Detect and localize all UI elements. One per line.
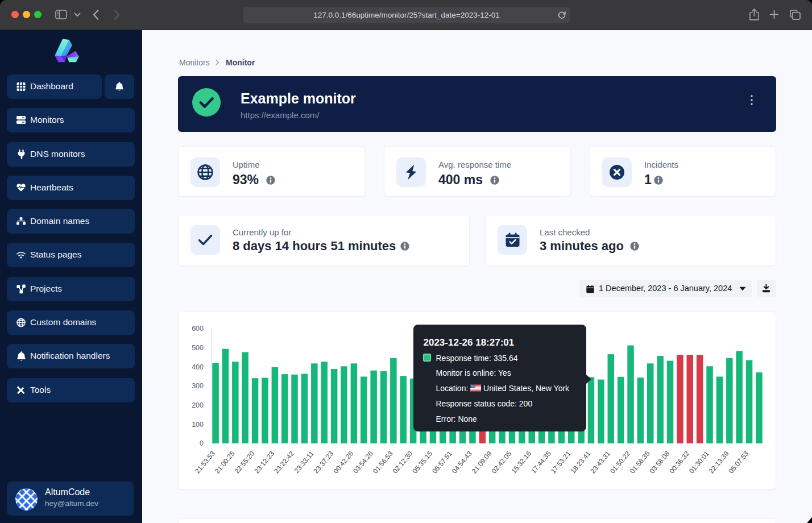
svg-text:600: 600	[192, 325, 204, 333]
svg-text:21:09:09: 21:09:09	[470, 450, 494, 475]
svg-text:300: 300	[192, 382, 204, 390]
svg-text:0: 0	[200, 439, 204, 447]
svg-text:04:54:43: 04:54:43	[450, 450, 474, 475]
svg-text:21:53:53: 21:53:53	[193, 450, 217, 475]
svg-text:23:12:23: 23:12:23	[252, 450, 276, 475]
svg-text:400: 400	[192, 363, 204, 371]
svg-text:02:12:30: 02:12:30	[391, 450, 415, 475]
svg-text:18:23:41: 18:23:41	[569, 450, 593, 475]
svg-text:05:57:51: 05:57:51	[430, 450, 454, 475]
svg-text:01:30:01: 01:30:01	[687, 450, 711, 475]
svg-text:03:58:08: 03:58:08	[648, 450, 672, 475]
svg-text:23:22:42: 23:22:42	[272, 450, 296, 475]
svg-text:02:42:05: 02:42:05	[490, 450, 513, 475]
svg-text:05:07:53: 05:07:53	[727, 450, 751, 475]
svg-text:15:32:16: 15:32:16	[509, 450, 533, 475]
svg-text:01:56:53: 01:56:53	[371, 450, 395, 475]
svg-text:21:00:25: 21:00:25	[213, 450, 237, 475]
svg-text:23:37:23: 23:37:23	[312, 450, 335, 475]
svg-text:22:55:20: 22:55:20	[233, 450, 256, 475]
svg-text:05:35:15: 05:35:15	[411, 450, 434, 475]
svg-text:01:50:22: 01:50:22	[608, 450, 632, 475]
svg-text:00:36:32: 00:36:32	[668, 450, 691, 475]
svg-text:23:43:31: 23:43:31	[589, 450, 612, 475]
svg-text:17:53:21: 17:53:21	[549, 450, 573, 475]
svg-text:200: 200	[192, 401, 204, 409]
svg-text:03:54:26: 03:54:26	[351, 450, 375, 475]
svg-text:22:13:39: 22:13:39	[707, 450, 731, 475]
svg-text:00:42:26: 00:42:26	[332, 450, 355, 475]
svg-text:23:33:11: 23:33:11	[293, 450, 316, 475]
svg-text:01:58:35: 01:58:35	[628, 450, 652, 475]
svg-text:500: 500	[192, 344, 204, 352]
svg-text:17:44:35: 17:44:35	[529, 450, 553, 475]
svg-text:100: 100	[192, 421, 204, 429]
